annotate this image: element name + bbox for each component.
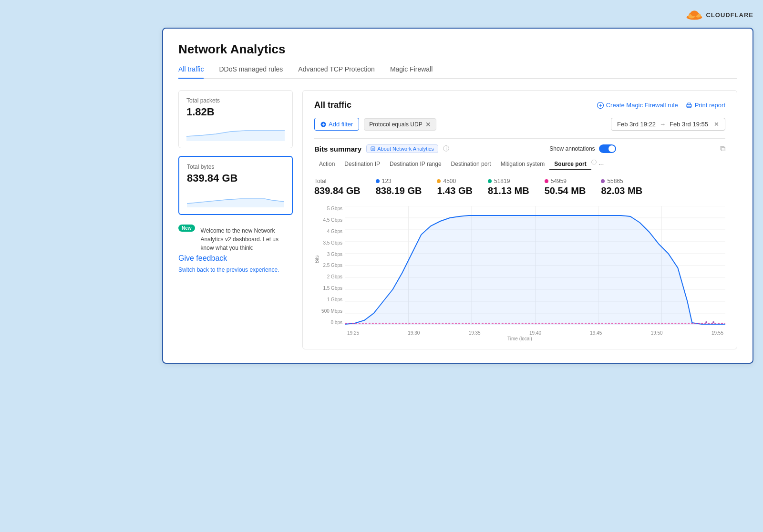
left-panel: Total packets 1.82B Total bytes 839.84 G… bbox=[178, 90, 293, 349]
y-label-4gbps: 4 Gbps bbox=[327, 229, 342, 234]
metric-123-value: 838.19 GB bbox=[376, 185, 422, 196]
y-axis-title: Bits bbox=[314, 256, 320, 264]
feedback-text: Welcome to the new Network Analytics v2 … bbox=[201, 226, 293, 252]
chart-y-axis: 5 Gbps 4.5 Gbps 4 Gbps 3.5 Gbps 3 Gbps 2… bbox=[314, 206, 345, 325]
about-network-analytics-link[interactable]: About Network Analytics bbox=[366, 144, 438, 153]
create-magic-firewall-rule-button[interactable]: Create Magic Firewall rule bbox=[597, 102, 678, 109]
filter-row: Add filter Protocol equals UDP ✕ Feb 3rd… bbox=[314, 118, 725, 131]
x-label-1940: 19:40 bbox=[529, 330, 541, 336]
metric-51819: 51819 81.13 MB bbox=[488, 178, 529, 196]
metric-4500-value: 1.43 GB bbox=[437, 185, 472, 196]
info-icon[interactable]: ⓘ bbox=[443, 144, 449, 153]
chart-x-axis: 19:25 19:30 19:35 19:40 19:45 19:50 19:5… bbox=[345, 330, 725, 336]
more-dimensions-button[interactable]: ... bbox=[598, 159, 604, 170]
panel-actions: Create Magic Firewall rule Print report bbox=[597, 102, 725, 109]
annotations-toggle[interactable] bbox=[599, 144, 616, 153]
give-feedback-link[interactable]: Give feedback bbox=[178, 254, 227, 262]
metric-total-label: Total bbox=[314, 178, 361, 184]
x-label-1930: 19:30 bbox=[408, 330, 420, 336]
content-area: Total packets 1.82B Total bytes 839.84 G… bbox=[178, 90, 737, 349]
dim-tab-destination-ip-range[interactable]: Destination IP range bbox=[385, 159, 446, 170]
toggle-knob bbox=[608, 145, 615, 152]
dim-tab-source-port[interactable]: Source port bbox=[549, 159, 591, 170]
cloudflare-logo: CLOUDFLARE bbox=[686, 10, 753, 20]
source-port-info-icon[interactable]: ⓘ bbox=[591, 159, 597, 170]
metric-55865-label: 55865 bbox=[601, 178, 642, 184]
y-label-15gbps: 1.5 Gbps bbox=[323, 286, 342, 291]
y-label-5gbps: 5 Gbps bbox=[327, 206, 342, 211]
packets-mini-chart bbox=[186, 122, 285, 141]
metric-55865: 55865 82.03 MB bbox=[601, 178, 642, 196]
about-label: About Network Analytics bbox=[377, 146, 434, 152]
feedback-block: New Welcome to the new Network Analytics… bbox=[178, 223, 293, 273]
chart-svg bbox=[345, 206, 725, 325]
svg-marker-6 bbox=[187, 199, 284, 207]
metric-total: Total 839.84 GB bbox=[314, 178, 361, 196]
plus-circle-icon bbox=[597, 102, 604, 109]
add-filter-label: Add filter bbox=[329, 121, 353, 128]
x-axis-title: Time (local) bbox=[507, 336, 532, 341]
x-label-1945: 19:45 bbox=[590, 330, 602, 336]
metric-54959-dot bbox=[545, 179, 548, 183]
filter-tag: Protocol equals UDP ✕ bbox=[364, 118, 436, 131]
page-title: Network Analytics bbox=[178, 42, 737, 57]
metric-123-dot bbox=[376, 179, 380, 183]
tab-all-traffic[interactable]: All traffic bbox=[178, 65, 204, 79]
total-packets-value: 1.82B bbox=[186, 106, 285, 118]
y-label-3gbps: 3 Gbps bbox=[327, 252, 342, 257]
metric-51819-value: 81.13 MB bbox=[488, 185, 529, 196]
print-report-button[interactable]: Print report bbox=[686, 102, 725, 109]
svg-marker-35 bbox=[345, 215, 725, 325]
total-bytes-value: 839.84 GB bbox=[187, 172, 284, 184]
plus-icon bbox=[320, 122, 326, 127]
cloudflare-icon bbox=[686, 10, 703, 20]
tab-ddos[interactable]: DDoS managed rules bbox=[219, 65, 283, 79]
metric-4500-dot bbox=[437, 179, 441, 183]
y-label-0bps: 0 bps bbox=[331, 320, 342, 325]
metric-123: 123 838.19 GB bbox=[376, 178, 422, 196]
cloudflare-wordmark: CLOUDFLARE bbox=[706, 11, 753, 19]
main-card: Network Analytics All traffic DDoS manag… bbox=[162, 28, 753, 364]
y-label-1gbps: 1 Gbps bbox=[327, 297, 342, 302]
metric-4500-label: 4500 bbox=[437, 178, 472, 184]
total-bytes-card: Total bytes 839.84 GB bbox=[178, 156, 293, 215]
dim-tab-destination-ip[interactable]: Destination IP bbox=[340, 159, 385, 170]
x-label-1935: 19:35 bbox=[469, 330, 481, 336]
filter-remove-button[interactable]: ✕ bbox=[425, 121, 431, 128]
dim-tab-destination-port[interactable]: Destination port bbox=[446, 159, 496, 170]
dim-tab-action[interactable]: Action bbox=[314, 159, 340, 170]
show-annotations-control: Show annotations bbox=[549, 144, 616, 153]
tab-tcp[interactable]: Advanced TCP Protection bbox=[298, 65, 375, 79]
svg-rect-16 bbox=[371, 147, 375, 151]
bits-summary-header: Bits summary About Network Analytics ⓘ S… bbox=[314, 144, 725, 153]
add-filter-button[interactable]: Add filter bbox=[314, 118, 359, 131]
dim-tab-mitigation-system[interactable]: Mitigation system bbox=[496, 159, 550, 170]
metrics-row: Total 839.84 GB 123 838.19 GB 4500 1.43 bbox=[314, 178, 725, 196]
date-end: Feb 3rd 19:55 bbox=[670, 121, 708, 128]
switch-experience-link[interactable]: Switch back to the previous experience. bbox=[178, 266, 293, 273]
bits-summary-title: Bits summary bbox=[314, 145, 361, 153]
svg-point-37 bbox=[712, 321, 714, 323]
bits-chart: 5 Gbps 4.5 Gbps 4 Gbps 3.5 Gbps 3 Gbps 2… bbox=[314, 206, 725, 339]
arrow-right-icon: → bbox=[660, 121, 666, 128]
filter-tag-text: Protocol equals UDP bbox=[369, 121, 422, 128]
svg-marker-5 bbox=[186, 131, 285, 141]
metric-123-label: 123 bbox=[376, 178, 422, 184]
metric-total-value: 839.84 GB bbox=[314, 185, 361, 196]
tab-firewall[interactable]: Magic Firewall bbox=[390, 65, 433, 79]
metric-51819-label: 51819 bbox=[488, 178, 529, 184]
metric-54959-value: 50.54 MB bbox=[545, 185, 586, 196]
date-range-clear-button[interactable]: ✕ bbox=[714, 121, 719, 128]
document-icon bbox=[371, 146, 375, 151]
copy-icon[interactable]: ⧉ bbox=[720, 144, 725, 153]
print-icon bbox=[686, 102, 692, 109]
navigation-tabs: All traffic DDoS managed rules Advanced … bbox=[178, 65, 737, 79]
date-range-picker[interactable]: Feb 3rd 19:22 → Feb 3rd 19:55 ✕ bbox=[611, 118, 725, 131]
print-label: Print report bbox=[695, 102, 725, 109]
svg-point-36 bbox=[705, 321, 707, 323]
bytes-mini-chart bbox=[187, 188, 284, 207]
total-packets-label: Total packets bbox=[186, 97, 285, 104]
panel-header: All traffic Create Magic Firewall rule bbox=[314, 100, 725, 110]
dimension-tabs: Action Destination IP Destination IP ran… bbox=[314, 159, 725, 170]
svg-point-4 bbox=[691, 10, 698, 16]
